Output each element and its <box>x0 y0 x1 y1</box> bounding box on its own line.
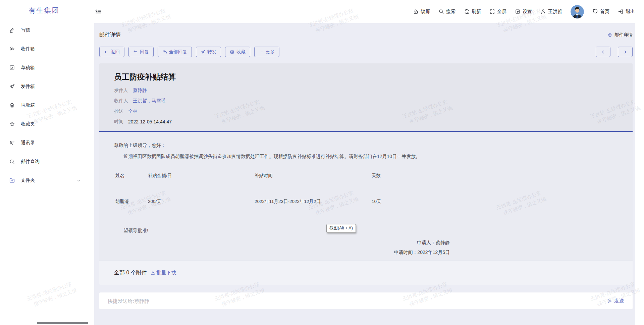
prev-mail-button[interactable] <box>596 47 610 57</box>
table-header-row: 姓名补贴金额/日补贴时间天数 <box>115 172 618 179</box>
sidebar-item-inbox[interactable]: 收件箱 <box>0 40 88 58</box>
mail-signature: 申请人：蔡静静 申请时间：2022年12月5日 <box>114 238 618 257</box>
sidebar-item-trash[interactable]: 垃圾箱 <box>0 96 88 115</box>
send-button[interactable]: 发送 <box>607 298 624 304</box>
topbar-item-search[interactable]: 搜索 <box>438 9 455 15</box>
star-icon <box>9 121 15 127</box>
fullscreen-icon <box>489 9 495 14</box>
inbox-person-icon <box>9 46 15 52</box>
topbar-item-logout[interactable]: 退出 <box>618 9 635 15</box>
search-icon <box>9 159 15 165</box>
sidebar-item-label: 草稿箱 <box>21 65 35 71</box>
reply-all-button[interactable]: 全部回复 <box>158 47 192 57</box>
menu-fold-icon[interactable] <box>95 8 102 15</box>
attachments-bar: 全部 0 个附件 批量下载 <box>99 261 633 285</box>
topbar-item-label: 退出 <box>626 9 635 15</box>
mail-pager <box>596 47 633 57</box>
content-gutter: 邮件详情 邮件详情 返回 回复 全部回复 转发 收藏 更多 <box>88 23 644 325</box>
sidebar-item-label: 发件箱 <box>21 84 35 90</box>
button-label: 全部回复 <box>169 49 187 55</box>
mail-greeting: 尊敬的上级领导，您好： <box>114 142 618 149</box>
topbar: 锁屏 搜索 刷新 全屏 设置 王洪哲 首页 退出 <box>88 0 644 23</box>
person-icon <box>540 9 546 14</box>
button-label: 回复 <box>140 49 149 55</box>
topbar-item-settings[interactable]: 设置 <box>515 9 532 15</box>
quick-send-input[interactable] <box>108 298 607 304</box>
sidebar-item-contacts[interactable]: 通讯录 <box>0 133 88 152</box>
contacts-icon <box>9 140 15 146</box>
topbar-item-label: 王洪哲 <box>548 9 562 15</box>
breadcrumb: 邮件详情 <box>607 32 633 38</box>
favorite-button[interactable]: 收藏 <box>225 47 250 57</box>
cc-contact-link[interactable]: 全林 <box>128 108 138 114</box>
subsidy-table: 姓名补贴金额/日补贴时间天数胡鹏濠200/天2022年11月23日-2022年1… <box>115 172 618 205</box>
time-label: 时间 <box>114 119 123 125</box>
topbar-item-label: 刷新 <box>472 9 481 15</box>
mail-card: 员工防疫补贴结算 发件人 蔡静静 收件人 王洪哲，马雪瑶 抄送 全林 <box>99 63 633 285</box>
horizontal-scrollbar-thumb[interactable] <box>37 322 88 324</box>
button-label: 转发 <box>207 49 216 55</box>
page-title: 邮件详情 <box>99 32 121 39</box>
sidebar-item-mail-search[interactable]: 邮件查询 <box>0 152 88 171</box>
send-label: 发送 <box>614 298 624 304</box>
sidebar-item-label: 文件夹 <box>21 177 35 183</box>
attachments-summary: 全部 0 个附件 <box>114 269 147 276</box>
reply-button[interactable]: 回复 <box>128 47 154 57</box>
table-header-cell: 天数 <box>372 172 618 179</box>
brand-logo: 有生集团 <box>0 0 88 21</box>
mail-subject: 员工防疫补贴结算 <box>114 72 618 82</box>
reply-icon <box>133 50 138 54</box>
next-mail-button[interactable] <box>618 47 633 57</box>
topbar-item-user[interactable]: 王洪哲 <box>540 9 562 15</box>
button-label: 更多 <box>266 49 275 55</box>
chevron-right-icon <box>623 50 628 54</box>
sidebar-item-folders[interactable]: 文件夹 <box>0 171 88 190</box>
content-panel: 邮件详情 邮件详情 返回 回复 全部回复 转发 收藏 更多 <box>94 23 635 325</box>
from-label: 发件人 <box>114 88 128 94</box>
button-label: 返回 <box>111 49 120 55</box>
sidebar-item-label: 垃圾箱 <box>21 102 35 108</box>
table-cell: 10天 <box>372 198 618 205</box>
more-icon <box>259 50 264 54</box>
topbar-item-lock-screen[interactable]: 锁屏 <box>413 9 430 15</box>
table-cell: 胡鹏濠 <box>115 198 148 205</box>
button-label: 收藏 <box>236 49 246 55</box>
topbar-item-home[interactable]: 首页 <box>592 9 609 15</box>
topbar-item-label: 锁屏 <box>421 9 430 15</box>
logout-icon <box>618 9 624 14</box>
sidebar-item-drafts[interactable]: 草稿箱 <box>0 58 88 77</box>
from-contact-link[interactable]: 蔡静静 <box>133 88 147 94</box>
batch-download-link[interactable]: 批量下载 <box>150 270 176 276</box>
folder-plus-icon <box>9 177 15 183</box>
trash-icon <box>9 102 15 108</box>
topbar-item-label: 搜索 <box>446 9 455 15</box>
draft-icon <box>9 65 15 71</box>
sidebar-item-sent[interactable]: 发件箱 <box>0 77 88 96</box>
apply-date-line: 申请时间：2022年12月5日 <box>114 248 450 257</box>
sidebar-item-favorites[interactable]: 收藏夹 <box>0 115 88 133</box>
mail-closing: 望领导批准! <box>114 227 618 234</box>
forward-icon <box>201 50 205 54</box>
user-avatar[interactable] <box>571 5 584 18</box>
send-triangle-icon <box>607 299 612 304</box>
sidebar-item-compose[interactable]: 写信 <box>0 21 88 40</box>
table-header-cell: 补贴金额/日 <box>148 172 255 179</box>
download-icon <box>150 270 155 275</box>
topbar-item-refresh[interactable]: 刷新 <box>464 9 481 15</box>
main-area: 锁屏 搜索 刷新 全屏 设置 王洪哲 首页 退出 邮件详情 <box>88 0 644 325</box>
chevron-left-icon <box>601 50 605 54</box>
sidebar-item-label: 通讯录 <box>21 140 35 146</box>
topbar-item-fullscreen[interactable]: 全屏 <box>489 9 506 15</box>
to-contacts-link[interactable]: 王洪哲，马雪瑶 <box>133 98 166 104</box>
forward-button[interactable]: 转发 <box>196 47 221 57</box>
sidebar-item-label: 收件箱 <box>21 46 35 52</box>
search-icon <box>438 9 444 14</box>
back-button[interactable]: 返回 <box>99 47 124 57</box>
screenshot-tooltip: 截图(Alt + A) <box>326 224 356 233</box>
undo-icon <box>592 9 598 14</box>
chevron-down-icon[interactable] <box>76 178 81 183</box>
table-cell: 2022年11月23日-2022年12月2日 <box>255 198 372 205</box>
refresh-icon <box>464 9 470 14</box>
sidebar-item-label: 收藏夹 <box>21 121 35 127</box>
more-button[interactable]: 更多 <box>254 47 279 57</box>
